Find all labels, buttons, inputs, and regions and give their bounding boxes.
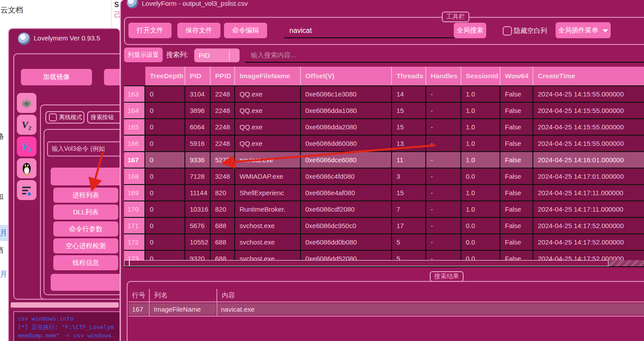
vol2-button[interactable]: V₂	[17, 115, 36, 135]
secondary-button[interactable]	[104, 69, 120, 85]
column-header[interactable]: Offset(V)	[301, 67, 392, 85]
cell-Handles: -	[426, 86, 461, 102]
cell-PPID: 3248	[211, 168, 235, 184]
column-header[interactable]: PID	[185, 67, 211, 85]
cell-Offset(V): 0xe6086dda1080	[301, 103, 392, 118]
cell-PPID: 688	[211, 251, 235, 260]
table-row[interactable]: 164038962248QQ.exe0xe6086dda108015-1.0Fa…	[124, 103, 644, 119]
cmdline-args-button[interactable]: 命令行参数	[53, 221, 118, 237]
cell-Threads: 7	[392, 201, 426, 217]
cell-Offset(V): 0xe6086cdf2080	[301, 201, 392, 217]
results-header-colname: 列名	[151, 290, 216, 301]
column-header[interactable]: TreeDepth	[145, 67, 185, 85]
cell-PID: 5676	[185, 218, 211, 233]
column-header[interactable]: SessionId	[461, 67, 500, 85]
dll-list-button[interactable]: DLL列表	[53, 205, 118, 220]
results-cell-rownum[interactable]: 167	[128, 303, 149, 315]
global-search-input[interactable]: navicat	[284, 24, 455, 38]
search-results-group-label: 搜索结果	[430, 271, 464, 282]
results-cell-content[interactable]: navicat.exe	[217, 303, 644, 315]
search-content-input[interactable]: 输入搜索内容...	[245, 48, 644, 63]
column-header[interactable]: CreateTime	[533, 67, 644, 85]
vol3-run-button[interactable]	[51, 168, 120, 185]
command-edit-button[interactable]: 命令编辑	[224, 23, 267, 38]
table-row[interactable]: 165060642248QQ.exe0xe6086dda208015-1.0Fa…	[124, 119, 644, 136]
table-row[interactable]: 17105676688svchost.exe0xe6086dc950c017-0…	[124, 218, 644, 234]
cell-TreeDepth: 0	[145, 201, 185, 217]
vol3-button[interactable]: V₃	[17, 136, 36, 156]
cell-ImageFileName: QQ.exe	[235, 86, 301, 102]
process-list-button[interactable]: 进程列表	[53, 188, 118, 203]
wolf-icon-button[interactable]	[17, 93, 36, 113]
table-row[interactable]: 168071283248WMIADAP.exe0xe6086c4fd0803-0…	[124, 168, 644, 185]
column-header[interactable]: Wow64	[500, 67, 533, 85]
vol3-command-input[interactable]: 输入Vol3命令 (例如	[47, 141, 120, 156]
table-row[interactable]: 172010552688svchost.exe0xe6086dd0b0805-0…	[124, 234, 644, 251]
log-line: memdump.mem" -r csv windows.	[18, 332, 115, 339]
search-buttons-group[interactable]: 搜索按钮	[87, 111, 120, 124]
search-column-label: 搜索列:	[166, 51, 188, 59]
cell-TreeDepth: 0	[145, 168, 185, 184]
cell-Threads: 14	[392, 86, 426, 102]
process-table: TreeDepth PID PPID ImageFileName Offset(…	[124, 67, 644, 260]
horizontal-scrollbar[interactable]	[124, 260, 644, 266]
cell-Offset(V): 0xe6086dce6080	[301, 152, 392, 168]
cell-TreeDepth: 0	[145, 152, 185, 168]
row-number: 173	[124, 251, 145, 260]
background-fragment: 络	[0, 132, 4, 141]
lovelymem-window-title: Lovelymem Ver 0.93.5	[34, 34, 100, 42]
offline-mode-toggle[interactable]: 离线模式	[45, 111, 84, 124]
hollow-process-detect-button[interactable]: 空心进程检测	[53, 238, 118, 253]
table-row[interactable]: 163031042248QQ.exe0xe6086c1e308014-1.0Fa…	[124, 86, 644, 103]
list-menu-button[interactable]	[17, 180, 36, 200]
linux-button[interactable]	[17, 158, 36, 178]
table-row[interactable]: 169011144820ShellExperienc0xe6086e4af080…	[124, 185, 644, 201]
row-number: 166	[124, 136, 145, 151]
log-output[interactable]: csv windows.info[*] 正在执行: "F:\CTF_Lovely…	[13, 311, 120, 341]
global-plugin-menu-button[interactable]: 全局插件菜单	[556, 22, 611, 38]
column-header[interactable]: Threads	[392, 67, 426, 85]
table-row[interactable]: 170010316820RuntimeBroker.0xe6086cdf2080…	[124, 201, 644, 218]
save-file-button[interactable]: 保存文件	[177, 23, 220, 38]
cell-SessionId: 0.0	[461, 234, 500, 250]
table-row[interactable]: 166059162248QQ.exe0xe6086dd6008013-1.0Fa…	[124, 136, 644, 152]
background-fragment: 月	[0, 270, 7, 279]
global-search-button[interactable]: 全局搜索	[454, 23, 486, 38]
cell-Handles: -	[426, 103, 461, 118]
column-header[interactable]: Handles	[426, 67, 461, 85]
cell-Offset(V): 0xe6086dd60080	[301, 136, 392, 151]
scrollbar-track[interactable]	[608, 260, 644, 266]
load-image-button[interactable]: 加载镜像	[21, 69, 92, 85]
cell-PPID: 2248	[211, 103, 235, 118]
background-fragment: 档	[0, 246, 3, 255]
column-display-settings-button[interactable]: 列显示设置	[124, 48, 163, 62]
corner-header-cell	[124, 67, 145, 85]
results-header-rownum: 行号	[128, 290, 149, 301]
lovelymem-app-icon	[18, 32, 30, 45]
row-number: 163	[124, 86, 145, 102]
thread-info-button[interactable]: 线程信息	[53, 255, 118, 270]
cell-Wow64: False	[500, 218, 533, 233]
cell-Offset(V): 0xe6086c1e3080	[301, 86, 392, 102]
splitter-handle[interactable]	[11, 302, 119, 308]
list-icon	[20, 184, 33, 197]
table-row[interactable]: 17309320688svchost.exe0xe6086dd520805-0.…	[124, 251, 644, 260]
offline-mode-checkbox[interactable]	[49, 113, 57, 121]
scrollbar-left-button[interactable]	[124, 260, 129, 266]
cell-SessionId: 1.0	[461, 119, 500, 135]
cell-Threads: 17	[392, 218, 426, 233]
row-number: 164	[124, 103, 145, 118]
column-header[interactable]: PPID	[211, 67, 235, 85]
column-header[interactable]: ImageFileName	[235, 67, 301, 85]
cell-ImageFileName: RuntimeBroker.	[235, 201, 301, 217]
search-column-select[interactable]: PID	[194, 48, 240, 62]
open-file-button[interactable]: 打开文件	[128, 23, 172, 38]
process-table-rows: 163031042248QQ.exe0xe6086c1e308014-1.0Fa…	[124, 86, 644, 260]
scrollbar-thumb[interactable]	[129, 260, 608, 266]
hide-empty-columns-checkbox[interactable]	[503, 26, 512, 36]
extra-action-button[interactable]	[51, 274, 120, 291]
background-doc-label: 云文档	[0, 5, 23, 15]
results-cell-colname[interactable]: ImageFileName	[150, 303, 216, 315]
table-row[interactable]: 167093365272navicat.exe0xe6086dce608011-…	[124, 152, 644, 168]
cell-Handles: -	[426, 251, 461, 260]
